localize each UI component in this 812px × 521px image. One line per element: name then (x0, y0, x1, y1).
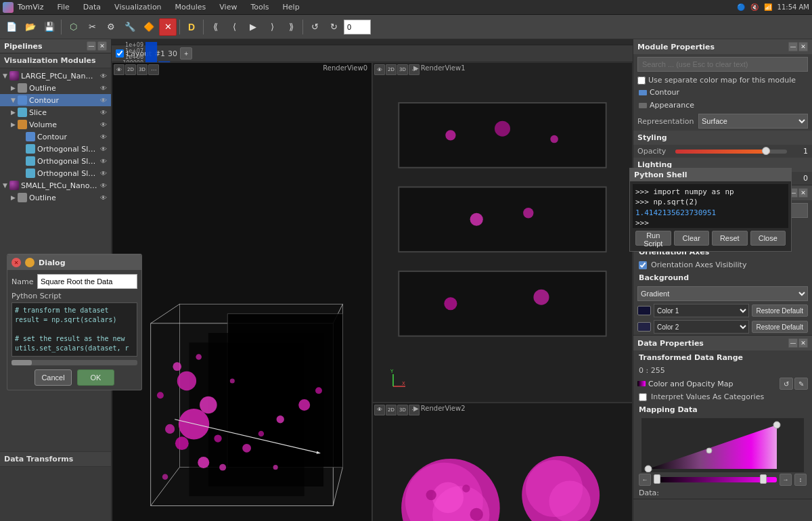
eye-icon-slice1[interactable]: 👁 (99, 108, 108, 117)
data-props-collapse-btn[interactable]: — (788, 338, 798, 348)
toolbar-anim-1[interactable]: ⟪ (206, 18, 224, 36)
use-separate-color-checkbox[interactable] (637, 76, 646, 85)
tree-item-contour1[interactable]: ▼ Contour 👁 (0, 94, 111, 106)
module-props-collapse-btn[interactable]: — (788, 42, 798, 51)
tree-item-outline1[interactable]: ▶ Outline 👁 (0, 82, 111, 94)
toolbar-frame-input[interactable] (344, 20, 371, 35)
color2-restore-btn[interactable]: Restore Default (752, 321, 808, 333)
color2-swatch[interactable] (637, 322, 651, 332)
toolbar-anim-play[interactable]: ▶ (244, 18, 262, 36)
toolbar-extra-1[interactable]: ↺ (306, 18, 323, 36)
interpret-categories-checkbox[interactable] (639, 393, 647, 401)
menu-data[interactable]: Data (81, 1, 104, 13)
vp-br-btn-3d[interactable]: 3D (397, 405, 408, 415)
mapping-thumb-left[interactable] (654, 474, 660, 484)
menu-view[interactable]: View (217, 1, 240, 13)
viewport-main[interactable]: 👁 2D 3D ⋯ RenderView0 (112, 62, 372, 521)
eye-icon-contour1[interactable]: 👁 (99, 95, 108, 105)
vp-btn-eye[interactable]: 👁 (114, 64, 125, 75)
vp-br-btn-2d[interactable]: 2D (386, 405, 397, 415)
menu-help[interactable]: Help (280, 1, 302, 13)
toolbar-btn-4[interactable]: 🔧 (121, 18, 139, 36)
dialog-ok-btn[interactable]: OK (77, 369, 114, 386)
toolbar-btn-2[interactable]: ✂ (83, 18, 101, 36)
dialog-name-input[interactable] (37, 274, 137, 289)
python-shell-header[interactable]: Python Shell (630, 168, 791, 181)
eye-icon-ortho2[interactable]: 👁 (99, 156, 108, 166)
dialog-titlebar[interactable]: ✕ Dialog (7, 255, 141, 270)
tree-item-large[interactable]: ▼ LARGE_PtCu_NanoParticl... 👁 (0, 70, 111, 82)
eye-icon-ortho3[interactable]: 👁 (99, 168, 108, 178)
tree-item-ortho3[interactable]: Orthogonal Slice 👁 (0, 167, 111, 179)
eye-icon-ortho1[interactable]: 👁 (99, 144, 108, 154)
py-reset-btn[interactable]: Reset (712, 231, 748, 246)
new-button[interactable]: 📄 (3, 18, 20, 36)
mapping-thumb-right[interactable] (760, 474, 767, 484)
color1-restore-btn[interactable]: Restore Default (752, 304, 808, 317)
menu-visualization[interactable]: Visualization (112, 1, 164, 13)
py-clear-btn[interactable]: Clear (674, 231, 710, 246)
toolbar-btn-5[interactable]: 🔶 (140, 18, 158, 36)
cop-edit-btn[interactable]: ✎ (794, 378, 808, 390)
tree-item-ortho1[interactable]: Orthogonal Slice 👁 (0, 143, 111, 155)
color2-select[interactable]: Color 2 (654, 320, 749, 334)
module-search-input[interactable] (637, 57, 808, 72)
representation-select[interactable]: Surface Wireframe Points (698, 114, 808, 129)
pipelines-close-btn[interactable]: ✕ (97, 41, 107, 51)
eye-icon-large[interactable]: 👁 (99, 71, 108, 81)
vp-btn-3d[interactable]: 3D (137, 64, 148, 75)
pipelines-collapse-btn[interactable]: — (87, 41, 96, 51)
data-props-close-btn[interactable]: ✕ (798, 338, 808, 348)
tree-item-ortho2[interactable]: Orthogonal Slice 👁 (0, 155, 111, 167)
toolbar-anim-3[interactable]: ⟩ (263, 18, 281, 36)
view-props-close-btn[interactable]: ✕ (798, 188, 808, 198)
dialog-scrollbar[interactable] (12, 360, 137, 365)
menu-tools[interactable]: Tools (248, 1, 271, 13)
toolbar-btn-3[interactable]: ⚙ (102, 18, 120, 36)
mapping-btn-2[interactable]: → (780, 474, 792, 486)
viewport-top-right[interactable]: 👁 2D 3D ⋯ ▶ RenderView1 (372, 62, 633, 403)
dialog-cancel-btn[interactable]: Cancel (35, 369, 72, 386)
eye-icon-outline2[interactable]: 👁 (99, 193, 108, 202)
save-button[interactable]: 💾 (41, 18, 58, 36)
dialog-min-btn[interactable] (25, 258, 35, 267)
mapping-slider-track[interactable] (654, 477, 777, 482)
vp-btn-2d[interactable]: 2D (125, 64, 136, 75)
orientation-axes-checkbox[interactable] (639, 261, 647, 269)
tree-item-slice1[interactable]: ▶ Slice 👁 (0, 106, 111, 118)
vp-tr-btn-3d[interactable]: 3D (397, 64, 408, 75)
vp-tr-btn-eye[interactable]: 👁 (374, 64, 385, 75)
module-item-appearance[interactable]: Appearance (633, 99, 812, 112)
viewport-bottom-right[interactable]: 👁 2D 3D ⋯ ▶ RenderView2 (372, 403, 633, 521)
eye-icon-outline1[interactable]: 👁 (99, 83, 108, 93)
menu-modules[interactable]: Modules (173, 1, 209, 13)
py-close-btn[interactable]: Close (750, 231, 786, 246)
eye-icon-small[interactable]: 👁 (99, 181, 108, 190)
py-run-script-btn[interactable]: Run Script (635, 231, 671, 246)
vp-br-btn-eye[interactable]: 👁 (374, 405, 385, 415)
menu-file[interactable]: File (54, 1, 72, 13)
mapping-svg[interactable] (639, 418, 807, 472)
toolbar-anim-4[interactable]: ⟫ (282, 18, 300, 36)
mapping-btn-3[interactable]: ↕ (794, 474, 807, 486)
toolbar-btn-1[interactable]: ⬡ (64, 18, 82, 36)
mapping-btn-1[interactable]: ← (639, 474, 651, 486)
tree-item-small[interactable]: ▼ SMALL_PtCu_NanoParticl... 👁 (0, 179, 111, 191)
toolbar-btn-6[interactable]: ✕ (159, 18, 177, 36)
color1-select[interactable]: Color 1 (654, 304, 749, 317)
toolbar-anim-2[interactable]: ⟨ (225, 18, 243, 36)
tree-item-contour1a[interactable]: Contour 👁 (0, 131, 111, 143)
opacity-slider-thumb[interactable] (762, 147, 770, 155)
cop-refresh-btn[interactable]: ↺ (780, 378, 793, 390)
dialog-script-textarea[interactable]: # transform the dataset result = np.sqrt… (12, 302, 137, 357)
tree-item-outline2[interactable]: ▶ Outline 👁 (0, 191, 111, 204)
tree-item-volume1[interactable]: ▶ Volume 👁 (0, 118, 111, 131)
module-item-contour[interactable]: Contour (633, 86, 812, 99)
opacity-slider-track[interactable] (675, 150, 787, 154)
vp-tr-btn-2d[interactable]: 2D (386, 64, 397, 75)
dialog-close-btn[interactable]: ✕ (12, 258, 21, 267)
open-button[interactable]: 📂 (22, 18, 39, 36)
toolbar-d-button[interactable]: D (183, 18, 200, 36)
module-props-close-btn[interactable]: ✕ (798, 42, 808, 51)
background-type-select[interactable]: Gradient Solid Color (637, 286, 808, 301)
